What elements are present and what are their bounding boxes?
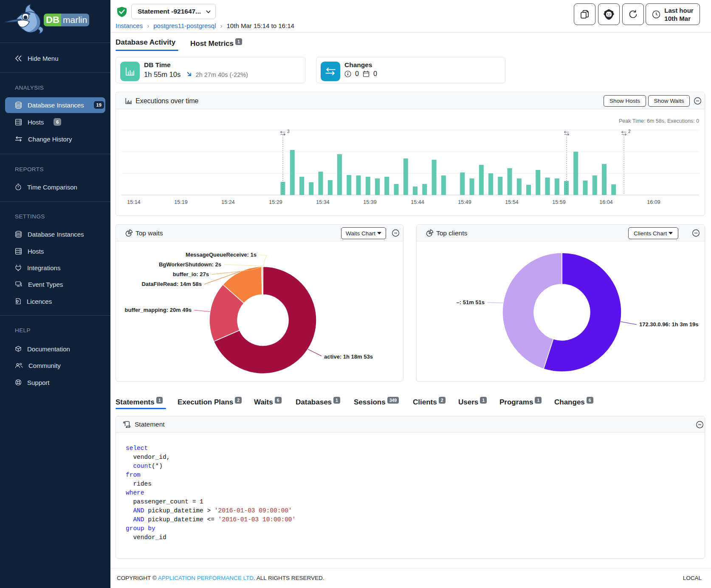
svg-text:DB: DB xyxy=(46,14,59,25)
svg-text:15:34: 15:34 xyxy=(316,199,329,205)
svg-text:15:54: 15:54 xyxy=(505,199,518,205)
svg-text:2: 2 xyxy=(628,129,631,134)
svg-text:172.30.0.96: 1h 3m 19s: 172.30.0.96: 1h 3m 19s xyxy=(639,321,699,328)
svg-text:15:14: 15:14 xyxy=(127,199,140,205)
svg-text:marlin: marlin xyxy=(63,15,87,25)
svg-text:–: 51m 51s: –: 51m 51s xyxy=(457,299,485,305)
svg-text:16:09: 16:09 xyxy=(647,199,660,205)
svg-text:15:49: 15:49 xyxy=(458,199,471,205)
svg-text:16:04: 16:04 xyxy=(599,199,612,205)
svg-text:DataFileRead: 14m 58s: DataFileRead: 14m 58s xyxy=(141,281,202,287)
svg-text:15:24: 15:24 xyxy=(221,199,234,205)
svg-text:Peak Time: 6m 58s, Executions:: Peak Time: 6m 58s, Executions: 0 xyxy=(619,118,699,124)
svg-text:BgWorkerShutdown: 2s: BgWorkerShutdown: 2s xyxy=(159,261,221,268)
svg-text:15:44: 15:44 xyxy=(411,199,424,205)
svg-text:MessageQueueReceive: 1s: MessageQueueReceive: 1s xyxy=(186,252,257,258)
svg-text:15:39: 15:39 xyxy=(363,199,376,205)
svg-text:active: 1h 18m 53s: active: 1h 18m 53s xyxy=(324,353,373,360)
svg-text:buffer_io: 27s: buffer_io: 27s xyxy=(173,271,209,277)
svg-text:15:19: 15:19 xyxy=(174,199,187,205)
svg-text:3: 3 xyxy=(287,129,290,134)
svg-text:15:59: 15:59 xyxy=(552,199,565,205)
svg-text:15:29: 15:29 xyxy=(269,199,282,205)
svg-text:buffer_mapping: 20m 49s: buffer_mapping: 20m 49s xyxy=(125,307,192,313)
